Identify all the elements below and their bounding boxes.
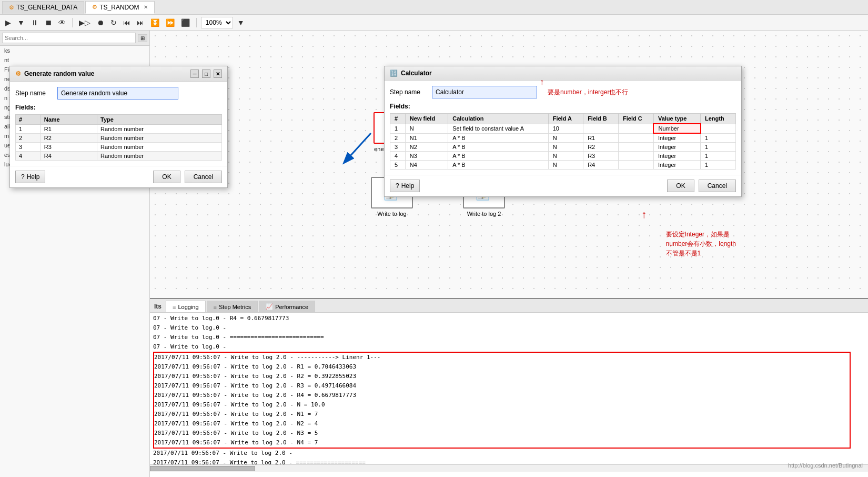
log-scrollbar[interactable] [150,464,868,472]
fwd-button[interactable]: ⏭ [135,17,146,28]
calc-table-row[interactable]: 1 N Set field to constant value A 10 Num… [390,124,736,133]
calc-table-row[interactable]: 4 N3 A * B N R3 Integer 1 [390,152,736,161]
fields-label: Fields: [15,104,222,111]
log-line-3: 07 - Write to log.0 - [153,342,865,352]
preview-button[interactable]: 👁 [56,17,68,28]
cr5-fieldb: R4 [583,161,619,170]
log-line-8: 2017/07/11 09:56:07 - Write to log 2.0 -… [154,391,850,400]
cr4-length: 1 [701,152,736,161]
sidebar-search-input[interactable] [2,33,136,43]
row1-num: 1 [16,125,41,134]
annotation-arrow1: ↑ [540,77,544,87]
cr4-valuetype: Integer [653,152,700,161]
cr4-calc: A * B [448,152,548,161]
calc-col-fieldc: Field C [619,114,654,124]
close-btn[interactable]: ✕ [214,69,222,78]
generate-help-btn[interactable]: ? Help [15,171,45,183]
cr3-length: 1 [701,143,736,152]
sidebar-item-ks[interactable]: ks [0,46,149,55]
cr1-fieldb [583,124,619,133]
step-name-row: Step name [15,87,222,100]
log-line-2: 07 - Write to log.0 - ==================… [153,333,865,342]
replay-button[interactable]: ↻ [108,17,119,28]
dropdown-button[interactable]: ▼ [15,17,27,28]
run-button[interactable]: ▶▷ [77,17,93,28]
calc-dialog-footer: ? Help OK Cancel [385,175,741,196]
maximize-btn[interactable]: □ [202,69,210,78]
cr5-num: 5 [390,161,406,170]
back-button[interactable]: ⏮ [121,17,133,28]
toolbar: ▶ ▼ ⏸ ⏹ 👁 ▶▷ ⏺ ↻ ⏮ ⏭ ⏬ ⏩ ⬛ 100% 75% 50% … [0,15,868,31]
table-row[interactable]: 2 R2 Random number [16,134,222,143]
results-panel: Its ≡ Logging ≡ Step Metrics 📈 Performan… [150,298,868,477]
step-button[interactable]: ⏺ [95,17,106,28]
calc-dialog-body: Step name 要是number，interger也不行 ↑ Fields:… [385,81,741,175]
tab-step-metrics[interactable]: ≡ Step Metrics [207,301,258,312]
table-row[interactable]: 1 R1 Random number [16,125,222,134]
row4-num: 4 [16,152,41,161]
cr5-valuetype: Integer [653,161,700,170]
tab-ts-random[interactable]: ⚙ TS_RANDOM ✕ [85,1,154,14]
cr4-fielda: N [548,152,583,161]
cr4-num: 4 [390,152,406,161]
calc-step-name-label: Step name [390,88,432,96]
cr2-fielda: N [548,133,583,143]
log-line-11: 2017/07/11 09:56:07 - Write to log 2.0 -… [154,419,850,429]
log-line-12: 2017/07/11 09:56:07 - Write to log 2.0 -… [154,429,850,438]
cr3-num: 3 [390,143,406,152]
zoom-select[interactable]: 100% 75% 50% 150% [201,17,233,28]
play-button[interactable]: ▶ [3,17,13,28]
generate-cancel-btn[interactable]: Cancel [185,171,222,183]
log-line-10: 2017/07/11 09:56:07 - Write to log 2.0 -… [154,410,850,419]
table-row[interactable]: 4 R4 Random number [16,152,222,161]
row3-num: 3 [16,143,41,152]
scrollbar-thumb[interactable] [150,466,255,471]
annotation-arrow2: ↑ [641,208,647,221]
log-line-9: 2017/07/11 09:56:07 - Write to log 2.0 -… [154,400,850,410]
row3-type: Random number [97,143,221,152]
calc-help-icon: ? [396,182,399,190]
calc-step-name-input[interactable] [432,86,537,98]
logging-tab-label: Logging [178,304,198,310]
tab-ts-general[interactable]: ⚙ TS_GENERAL_DATA [2,1,84,14]
help-icon: ? [21,173,25,181]
pause-button[interactable]: ⏸ [29,17,41,28]
calc-ok-btn[interactable]: OK [667,180,694,192]
minimize-btn[interactable]: ─ [190,69,199,78]
calc-dialog-title-text: Calculator [401,69,432,77]
log-line-14: 2017/07/11 09:56:07 - Write to log 2.0 - [153,449,865,458]
col-name: Name [41,115,97,125]
tab-logging[interactable]: ≡ Logging [166,301,206,312]
calc-table-row[interactable]: 5 N4 A * B N R4 Integer 1 [390,161,736,170]
stop-button[interactable]: ⏹ [43,17,54,28]
calc-help-btn[interactable]: ? Help [390,180,420,192]
tab-close-button[interactable]: ✕ [144,4,148,10]
row4-type: Random number [97,152,221,161]
tab-performance[interactable]: 📈 Performance [259,301,315,312]
copy-button[interactable]: ⏬ [148,17,162,28]
cr1-valuetype: Number [653,124,700,133]
sidebar-grid-btn[interactable]: ⊞ [138,34,147,42]
sidebar-item-nt[interactable]: nt [0,55,149,65]
log-line-13: 2017/07/11 09:56:07 - Write to log 2.0 -… [154,438,850,448]
clear-button[interactable]: ⬛ [179,17,192,28]
log-content[interactable]: 07 - Write to log.0 - R4 = 0.6679817773 … [150,313,868,464]
log-line-0: 07 - Write to log.0 - R4 = 0.6679817773 [153,314,865,323]
calc-table-row[interactable]: 3 N2 A * B N R2 Integer 1 [390,143,736,152]
calc-cancel-btn[interactable]: Cancel [699,180,736,192]
table-row[interactable]: 3 R3 Random number [16,143,222,152]
tab-icon-general: ⚙ [9,4,14,11]
calc-table-row[interactable]: 2 N1 A * B N R1 Integer 1 [390,133,736,143]
separator1 [72,18,73,27]
calc-fields-label: Fields: [390,103,736,110]
step-name-input[interactable] [57,87,178,100]
log-boxed-section: 2017/07/11 09:56:07 - Write to log 2.0 -… [153,352,851,449]
cr3-calc: A * B [448,143,548,152]
zoom-dropdown[interactable]: ▼ [235,17,247,28]
generate-dialog-body: Step name Fields: # Name Type 1 R1 Rando… [10,82,227,166]
cr2-calc: A * B [448,133,548,143]
generate-ok-btn[interactable]: OK [153,171,180,183]
paste-button[interactable]: ⏩ [164,17,177,28]
log-line-5: 2017/07/11 09:56:07 - Write to log 2.0 -… [154,362,850,372]
cr5-calc: A * B [448,161,548,170]
